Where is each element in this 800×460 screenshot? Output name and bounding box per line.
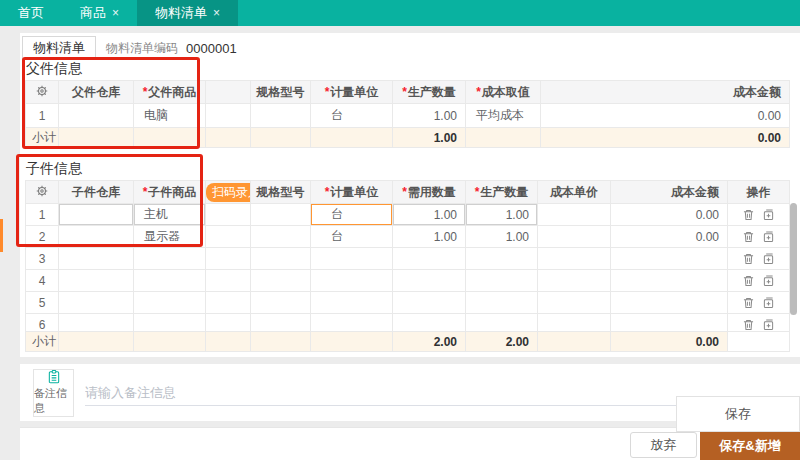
- child-prod-qty-cell[interactable]: [466, 314, 538, 332]
- empty-cell: [206, 292, 251, 314]
- required-mark: *: [143, 85, 148, 99]
- delete-row-icon[interactable]: [743, 231, 754, 243]
- row-index: 1: [26, 104, 59, 128]
- header-unit: *计量单位: [311, 81, 393, 104]
- child-spec-cell[interactable]: [251, 248, 311, 270]
- delete-row-icon[interactable]: [743, 297, 754, 309]
- header-parent-product: *父件商品: [134, 81, 206, 104]
- child-spec-cell[interactable]: [251, 204, 311, 226]
- parent-section-title: 父件信息: [26, 60, 82, 78]
- parent-warehouse-cell[interactable]: [59, 104, 134, 128]
- top-tab-bar: 首页 商品 × 物料清单 ×: [0, 0, 800, 26]
- tab-goods[interactable]: 商品 ×: [62, 0, 137, 26]
- close-icon[interactable]: ×: [112, 6, 119, 20]
- child-unit-cost-cell[interactable]: [538, 248, 611, 270]
- header-parent-warehouse: 父件仓库: [59, 81, 134, 104]
- child-table-scroll-area[interactable]: 1 主机 台 1.00 1.00 0.00 2 显示器: [25, 203, 790, 331]
- child-prod-qty-cell[interactable]: [466, 248, 538, 270]
- child-warehouse-cell[interactable]: [59, 270, 134, 292]
- delete-row-icon[interactable]: [743, 209, 754, 221]
- child-product-cell[interactable]: 主机: [134, 204, 206, 226]
- tab-home[interactable]: 首页: [0, 0, 62, 26]
- required-mark: *: [325, 85, 330, 99]
- parent-qty-cell[interactable]: 1.00: [393, 104, 466, 128]
- child-req-qty-cell[interactable]: [393, 314, 466, 332]
- child-prod-qty-cell[interactable]: 1.00: [466, 204, 538, 226]
- delete-row-icon[interactable]: [743, 275, 754, 287]
- header-cost-amount: 成本金额: [611, 181, 728, 204]
- vertical-scrollbar[interactable]: [790, 203, 797, 315]
- save-and-add-button[interactable]: 保存&新增: [700, 432, 800, 460]
- child-unit-cost-cell[interactable]: [538, 226, 611, 248]
- close-icon[interactable]: ×: [213, 6, 220, 20]
- empty-cell: [206, 104, 251, 128]
- child-amount-cell: [611, 292, 728, 314]
- row-index: 2: [26, 226, 59, 248]
- parent-spec-cell[interactable]: [251, 104, 311, 128]
- child-spec-cell[interactable]: [251, 270, 311, 292]
- child-warehouse-cell[interactable]: [59, 204, 134, 226]
- child-spec-cell[interactable]: [251, 226, 311, 248]
- header-cost-method: *成本取值: [466, 81, 541, 104]
- copy-row-icon[interactable]: [763, 209, 774, 221]
- subtab-bom[interactable]: 物料清单: [22, 36, 96, 60]
- child-req-qty-cell[interactable]: 1.00: [393, 204, 466, 226]
- copy-row-icon[interactable]: [763, 275, 774, 287]
- child-unit-cell[interactable]: [311, 270, 393, 292]
- child-unit-cell[interactable]: [311, 248, 393, 270]
- row-index: 3: [26, 248, 59, 270]
- child-spec-cell[interactable]: [251, 314, 311, 332]
- delete-row-icon[interactable]: [743, 253, 754, 265]
- child-unit-cost-cell[interactable]: [538, 314, 611, 332]
- ops-cell: [728, 292, 790, 314]
- child-product-cell[interactable]: [134, 248, 206, 270]
- child-unit-cell[interactable]: 台: [311, 226, 393, 248]
- subtotal-label: 小计: [26, 128, 59, 148]
- child-product-cell[interactable]: 显示器: [134, 226, 206, 248]
- parent-subtotal-row: 小计 1.00 0.00: [26, 128, 790, 148]
- child-subtotal-amount: 0.00: [611, 332, 728, 352]
- delete-row-icon[interactable]: [743, 319, 754, 331]
- copy-row-icon[interactable]: [763, 231, 774, 243]
- child-req-qty-cell[interactable]: [393, 270, 466, 292]
- child-prod-qty-cell[interactable]: [466, 292, 538, 314]
- child-unit-cell-focused[interactable]: 台: [311, 204, 393, 226]
- row-index: 6: [26, 314, 59, 332]
- column-settings-button[interactable]: [26, 81, 59, 104]
- child-warehouse-cell[interactable]: [59, 248, 134, 270]
- child-unit-cost-cell[interactable]: [538, 204, 611, 226]
- parent-product-cell[interactable]: 电脑: [134, 104, 206, 128]
- child-req-qty-cell[interactable]: [393, 248, 466, 270]
- child-req-qty-cell[interactable]: [393, 292, 466, 314]
- tab-bom[interactable]: 物料清单 ×: [137, 0, 238, 26]
- scan-entry-button[interactable]: 扫码录入: [206, 183, 251, 202]
- parent-cost-method-cell[interactable]: 平均成本: [466, 104, 541, 128]
- header-unit: *计量单位: [311, 181, 393, 204]
- child-product-cell[interactable]: [134, 314, 206, 332]
- child-unit-cell[interactable]: [311, 292, 393, 314]
- child-unit-cost-cell[interactable]: [538, 292, 611, 314]
- copy-row-icon[interactable]: [763, 253, 774, 265]
- child-warehouse-cell[interactable]: [59, 314, 134, 332]
- remark-icon-cell: 备注信息: [33, 369, 74, 417]
- child-prod-qty-cell[interactable]: [466, 270, 538, 292]
- child-unit-cell[interactable]: [311, 314, 393, 332]
- child-req-qty-cell[interactable]: 1.00: [393, 226, 466, 248]
- child-spec-cell[interactable]: [251, 292, 311, 314]
- child-row: 5: [26, 292, 790, 314]
- child-amount-cell: [611, 270, 728, 292]
- child-product-cell[interactable]: [134, 270, 206, 292]
- child-warehouse-cell[interactable]: [59, 292, 134, 314]
- copy-row-icon[interactable]: [763, 319, 774, 331]
- child-prod-qty-cell[interactable]: 1.00: [466, 226, 538, 248]
- child-product-cell[interactable]: [134, 292, 206, 314]
- required-mark: *: [325, 185, 330, 199]
- child-warehouse-cell[interactable]: [59, 226, 134, 248]
- copy-row-icon[interactable]: [763, 297, 774, 309]
- parent-unit-cell[interactable]: 台: [311, 104, 393, 128]
- child-unit-cost-cell[interactable]: [538, 270, 611, 292]
- empty-cell: [206, 314, 251, 332]
- discard-button[interactable]: 放弃: [630, 432, 697, 458]
- save-button[interactable]: 保存: [676, 396, 800, 432]
- column-settings-button[interactable]: [26, 181, 59, 204]
